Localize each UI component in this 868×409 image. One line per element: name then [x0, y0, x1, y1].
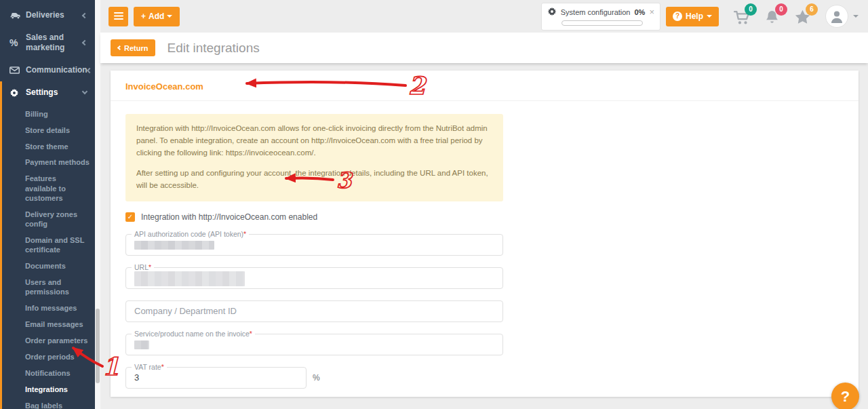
sidebar-item-billing[interactable]: Billing — [25, 106, 90, 122]
car-icon — [9, 11, 26, 20]
return-button[interactable]: Return — [111, 39, 155, 56]
sidebar-item-integrations[interactable]: Integrations — [25, 381, 90, 397]
api-token-label: API authorization code (API token)* — [132, 230, 249, 238]
url-field[interactable]: URL* — [125, 267, 503, 289]
service-name-label: Service/product name on the invoice* — [132, 330, 255, 338]
close-icon[interactable]: × — [649, 7, 654, 16]
vat-rate-suffix: % — [313, 373, 320, 383]
add-button[interactable]: + Add — [134, 7, 180, 26]
menu-toggle-button[interactable] — [108, 7, 128, 26]
sidebar-item-label: Settings — [26, 87, 83, 98]
sidebar-item-delivery-zones-config[interactable]: Delivery zones config — [25, 206, 90, 232]
sidebar-scrollbar-thumb[interactable] — [96, 309, 100, 383]
system-configuration-percent: 0% — [634, 8, 645, 16]
api-token-field[interactable]: API authorization code (API token)* — [125, 234, 503, 256]
company-department-field[interactable]: Company / Department ID — [125, 300, 503, 322]
cart-badge: 0 — [745, 3, 757, 16]
gear-icon — [547, 7, 557, 18]
system-configuration-progressbar — [561, 20, 643, 26]
cart-button[interactable]: 0 — [734, 9, 751, 26]
person-icon — [829, 8, 845, 27]
vat-rate-label: VAT rate* — [132, 363, 167, 371]
settings-group: Settings Billing Store details Store the… — [0, 81, 95, 409]
sidebar-item-deliveries[interactable]: Deliveries — [0, 4, 95, 26]
sidebar-item-store-theme[interactable]: Store theme — [25, 138, 90, 155]
cart-icon — [734, 16, 751, 27]
integration-form: Integration with http://InvoiceOcean.com… — [111, 101, 859, 397]
page-title: Edit integrations — [167, 41, 259, 56]
plus-icon: + — [141, 12, 146, 21]
redacted-value — [134, 271, 245, 286]
info-box-paragraph: Integration with http://InvoiceOcean.com… — [136, 123, 492, 159]
app-window: Deliveries % Sales and marketing Communi… — [0, 0, 868, 409]
url-label: URL* — [132, 263, 154, 271]
sidebar-scrollbar[interactable] — [95, 0, 100, 409]
sidebar-item-communication[interactable]: Communication — [0, 59, 95, 81]
help-button[interactable]: ? Help — [666, 7, 719, 26]
sidebar-item-payment-methods[interactable]: Payment methods — [25, 155, 90, 171]
caret-down-icon — [167, 15, 172, 18]
question-mark-icon: ? — [673, 12, 682, 21]
integration-enabled-row: ✓ Integration with http://InvoiceOcean.c… — [125, 212, 844, 222]
section-header: InvoiceOcean.com — [111, 71, 859, 101]
sidebar-item-sales-and-marketing[interactable]: % Sales and marketing — [0, 26, 95, 59]
sidebar-item-users-permissions[interactable]: Users and permissions — [25, 274, 90, 300]
service-name-field[interactable]: Service/product name on the invoice* — [125, 334, 503, 355]
integration-enabled-label: Integration with http://InvoiceOcean.com… — [141, 212, 317, 222]
user-avatar[interactable] — [825, 5, 848, 28]
sidebar-item-domain-ssl[interactable]: Domain and SSL certificate — [25, 232, 90, 258]
gear-icon — [9, 88, 26, 98]
caret-down-icon[interactable] — [853, 15, 859, 18]
chevron-left-icon — [117, 45, 122, 50]
sidebar-item-label: Communication — [26, 65, 87, 75]
info-box: Integration with http://InvoiceOcean.com… — [125, 114, 503, 201]
chevron-down-icon — [82, 89, 87, 94]
sidebar-nav: Deliveries % Sales and marketing Communi… — [0, 0, 95, 409]
main-area: + Add System configuration 0% × — [100, 0, 868, 409]
integration-enabled-checkbox[interactable]: ✓ — [125, 212, 135, 222]
redacted-value — [134, 241, 214, 250]
sidebar-item-label: Deliveries — [26, 10, 83, 20]
sidebar-item-order-parameters[interactable]: Order parameters — [25, 332, 90, 349]
sidebar-item-email-messages[interactable]: Email messages — [25, 316, 90, 332]
redacted-value — [134, 340, 149, 349]
notifications-badge: 0 — [775, 3, 787, 16]
due-date-label: Due date* — [132, 396, 169, 397]
envelope-icon — [9, 66, 26, 74]
chevron-left-icon — [82, 40, 87, 45]
help-fab-button[interactable]: ? — [831, 383, 859, 409]
sidebar-item-documents[interactable]: Documents — [25, 258, 90, 274]
sidebar-item-label: Sales and marketing — [26, 33, 83, 53]
sidebar-item-features-available[interactable]: Features available to customers — [25, 171, 90, 206]
favorites-badge: 6 — [806, 3, 818, 16]
company-department-placeholder: Company / Department ID — [126, 301, 502, 322]
vat-rate-field[interactable]: VAT rate* 3 — [125, 367, 307, 389]
caret-down-icon — [707, 15, 712, 18]
add-button-label: Add — [149, 12, 164, 21]
chevron-left-icon — [86, 67, 92, 73]
sidebar-item-info-messages[interactable]: Info messages — [25, 300, 90, 317]
system-configuration-label: System configuration — [561, 8, 631, 16]
return-button-label: Return — [124, 44, 148, 52]
content-card: InvoiceOcean.com Integration with http:/… — [111, 71, 859, 397]
bell-icon — [764, 16, 780, 27]
topbar: + Add System configuration 0% × — [100, 0, 868, 33]
percent-icon: % — [9, 37, 26, 48]
notifications-button[interactable]: 0 — [764, 9, 781, 26]
sidebar: Deliveries % Sales and marketing Communi… — [0, 0, 95, 409]
help-button-label: Help — [686, 12, 703, 21]
section-title: InvoiceOcean.com — [125, 81, 203, 92]
info-box-paragraph: After setting up and configuring your ac… — [136, 168, 492, 192]
sidebar-item-notifications[interactable]: Notifications — [25, 365, 90, 381]
sidebar-item-bag-labels[interactable]: Bag labels — [25, 397, 90, 409]
page-header: Return Edit integrations — [100, 33, 868, 63]
favorites-button[interactable]: 6 — [795, 9, 812, 26]
sidebar-item-store-details[interactable]: Store details — [25, 122, 90, 138]
hamburger-icon — [114, 12, 123, 22]
sidebar-item-settings[interactable]: Settings — [2, 81, 95, 104]
settings-subnav: Billing Store details Store theme Paymen… — [2, 104, 95, 409]
sidebar-item-order-periods[interactable]: Order periods — [25, 349, 90, 365]
chevron-left-icon — [82, 12, 87, 18]
star-icon — [795, 15, 810, 26]
system-configuration-widget: System configuration 0% × — [541, 3, 660, 31]
